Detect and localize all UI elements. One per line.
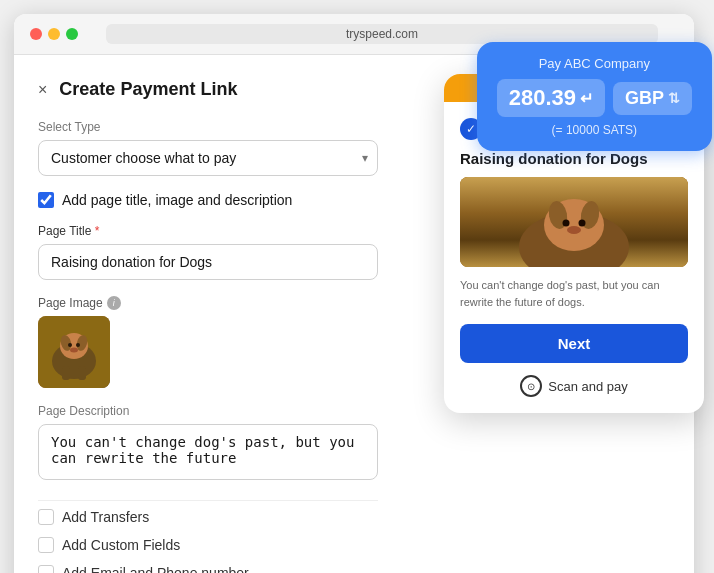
scan-and-pay-row[interactable]: ⊙ Scan and pay — [460, 375, 688, 397]
payment-bubble: Pay ABC Company 280.39 ↵ GBP ⇅ (= 10000 … — [477, 42, 712, 151]
traffic-lights — [30, 28, 78, 40]
minimize-button[interactable] — [48, 28, 60, 40]
add-email-phone-checkbox[interactable] — [38, 565, 54, 573]
page-description-input[interactable]: You can't change dog's past, but you can… — [38, 424, 378, 480]
svg-point-6 — [76, 343, 80, 347]
bubble-amount: 280.39 ↵ — [497, 79, 605, 117]
bubble-amount-row: 280.39 ↵ GBP ⇅ — [497, 79, 692, 117]
preview-dog-image — [460, 177, 688, 267]
return-icon: ↵ — [580, 89, 593, 108]
add-transfers-checkbox[interactable] — [38, 509, 54, 525]
page-title-input[interactable] — [38, 244, 378, 280]
maximize-button[interactable] — [66, 28, 78, 40]
select-type-wrapper: Customer choose what to pay ▾ — [38, 140, 378, 176]
form-title: Create Payment Link — [59, 79, 237, 100]
info-icon[interactable]: i — [107, 296, 121, 310]
svg-point-7 — [70, 348, 78, 353]
browser-window: tryspeed.com × Create Payment Link Selec… — [14, 14, 694, 573]
next-button[interactable]: Next — [460, 324, 688, 363]
bubble-sats-value: (= 10000 SATS) — [497, 123, 692, 137]
divider — [38, 500, 378, 501]
select-type-input[interactable]: Customer choose what to pay — [38, 140, 378, 176]
scan-circle-icon: ⊙ — [520, 375, 542, 397]
bubble-company-name: Pay ABC Company — [497, 56, 692, 71]
add-email-phone-label: Add Email and Phone number — [62, 565, 249, 573]
close-button[interactable] — [30, 28, 42, 40]
add-page-info-label: Add page title, image and description — [62, 192, 292, 208]
svg-point-18 — [567, 226, 581, 234]
svg-point-5 — [68, 343, 72, 347]
page-description-group: Page Description You can't change dog's … — [38, 404, 670, 484]
preview-description: You can't change dog's past, but you can… — [460, 277, 688, 310]
add-custom-fields-label: Add Custom Fields — [62, 537, 180, 553]
svg-rect-8 — [62, 366, 70, 380]
preview-donation-title: Raising donation for Dogs — [460, 150, 688, 167]
close-icon[interactable]: × — [38, 81, 47, 99]
svg-point-17 — [579, 220, 586, 227]
page-image-preview[interactable] — [38, 316, 110, 388]
scan-icon: ⊙ — [527, 381, 535, 392]
currency-arrows-icon: ⇅ — [668, 90, 680, 106]
bubble-currency: GBP ⇅ — [613, 82, 692, 115]
add-custom-fields-row: Add Custom Fields — [38, 537, 670, 553]
add-transfers-label: Add Transfers — [62, 509, 149, 525]
add-email-phone-row: Add Email and Phone number — [38, 565, 670, 573]
scan-and-pay-label: Scan and pay — [548, 379, 628, 394]
add-custom-fields-checkbox[interactable] — [38, 537, 54, 553]
currency-code: GBP — [625, 88, 664, 109]
svg-point-16 — [563, 220, 570, 227]
checkmark-icon: ✓ — [466, 122, 476, 136]
add-page-info-checkbox[interactable] — [38, 192, 54, 208]
amount-value: 280.39 — [509, 85, 576, 111]
address-bar[interactable]: tryspeed.com — [106, 24, 658, 44]
svg-rect-9 — [78, 366, 86, 380]
add-transfers-row: Add Transfers — [38, 509, 670, 525]
